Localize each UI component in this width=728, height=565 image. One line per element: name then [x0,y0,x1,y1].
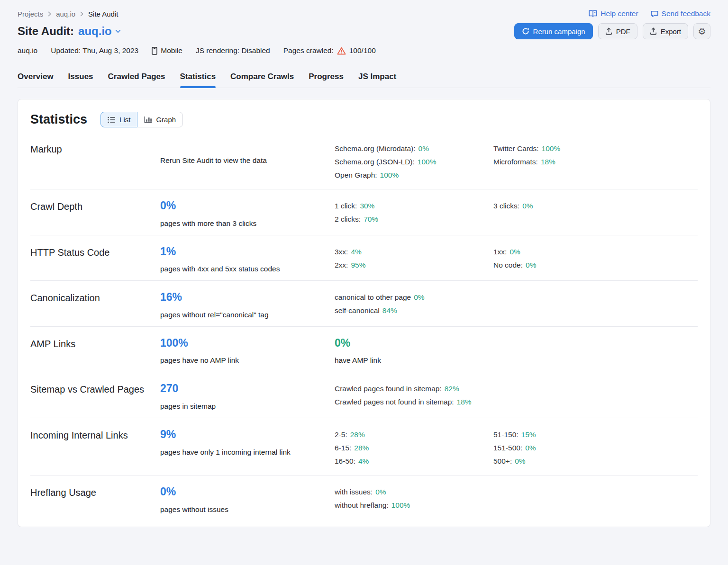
breadcrumb-projects[interactable]: Projects [18,10,43,18]
stat-main-value[interactable]: 0% [160,485,176,499]
stat-detail: 51-150:15% [493,428,689,441]
stat-main-desc: pages have no AMP link [160,356,326,365]
stat-detail-value[interactable]: 0% [522,202,533,210]
stat-detail-label: 500+: [493,457,512,465]
stat-row-main: 9%pages have only 1 incoming internal li… [160,428,335,468]
book-icon [589,10,597,18]
stat-row-details-1: canonical to other page0%self-canonical8… [335,291,493,319]
stat-row-details-1: 3xx:4%2xx:95% [335,245,493,274]
stat-detail-value[interactable]: 0% [525,444,536,452]
stat-detail-value[interactable]: 0% [526,261,536,269]
stat-detail-value[interactable]: 0% [515,457,525,465]
stat-main-desc: pages without issues [160,505,326,514]
statistics-card: Statistics List Graph MarkupRerun Site A… [18,99,710,527]
top-bar: Projects auq.io Site Audit Help center [18,0,710,18]
stat-main-value[interactable]: 0% [335,337,350,350]
stat-detail-value[interactable]: 100% [418,158,437,166]
breadcrumb-project[interactable]: auq.io [56,10,75,18]
stat-detail: 500+:0% [493,455,689,468]
stat-detail-value[interactable]: 0% [414,293,424,301]
stat-detail-value[interactable]: 84% [382,306,397,314]
stat-detail-value[interactable]: 4% [351,248,361,256]
stat-main-desc: pages with more than 3 clicks [160,219,326,228]
stat-row-details-2: Twitter Cards:100%Microformats:18% [493,142,698,182]
stat-detail: Open Graph:100% [335,169,485,182]
tab-statistics[interactable]: Statistics [180,72,216,88]
stat-detail-label: Crawled pages not found in sitemap: [335,398,454,406]
stat-row-details-1: 2-5:28%6-15:28%16-50:4% [335,428,493,468]
graph-view-button[interactable]: Graph [137,112,183,127]
tab-js-impact[interactable]: JS Impact [358,72,396,88]
stat-main-value[interactable]: 1% [160,245,176,259]
stat-detail-label: without hreflang: [335,501,389,509]
stat-detail-value[interactable]: 30% [360,202,374,210]
campaign-meta: auq.io Updated: Thu, Aug 3, 2023 Mobile … [18,46,710,55]
list-view-button[interactable]: List [100,112,137,127]
project-selector[interactable]: auq.io [78,25,121,38]
stat-detail-value[interactable]: 18% [541,158,555,166]
stat-detail-value[interactable]: 100% [542,144,561,152]
stat-row-main: 0%pages with more than 3 clicks [160,199,335,228]
tab-progress[interactable]: Progress [309,72,344,88]
stat-row-main: 1%pages with 4xx and 5xx status codes [160,245,335,274]
stat-detail: 1xx:0% [493,245,689,259]
stat-detail: 2xx:95% [335,259,485,272]
stat-detail-label: 51-150: [493,430,519,439]
stat-detail-value[interactable]: 70% [364,215,378,223]
stat-detail-value[interactable]: 100% [391,501,410,509]
stat-detail-label: No code: [493,261,523,269]
stat-main-value[interactable]: 270 [160,382,178,395]
stat-main-value[interactable]: 9% [160,428,176,441]
stat-detail: canonical to other page0% [335,291,485,304]
warning-triangle-icon [337,47,346,55]
stat-detail-value[interactable]: 28% [350,430,365,439]
project-name: auq.io [78,25,112,38]
stat-row-label: Incoming Internal Links [30,428,160,468]
stat-detail-value[interactable]: 95% [351,261,365,269]
export-button[interactable]: Export [643,23,688,39]
send-feedback-link[interactable]: Send feedback [651,9,710,18]
stat-detail-label: Crawled pages found in sitemap: [335,385,442,393]
list-icon [108,117,116,123]
stat-detail-value[interactable]: 18% [457,398,472,406]
tab-compare-crawls[interactable]: Compare Crawls [230,72,294,88]
stat-detail-label: 3 clicks: [493,202,519,210]
stat-detail-value[interactable]: 0% [375,488,386,496]
meta-pages-crawled: Pages crawled: 100/100 [283,46,376,55]
meta-js-rendering: JS rendering: Disabled [196,46,270,55]
stat-detail-value[interactable]: 15% [521,430,536,439]
stat-detail: Twitter Cards:100% [493,142,689,155]
stat-detail-label: 6-15: [335,444,351,452]
tab-issues[interactable]: Issues [68,72,93,88]
stat-detail-label: 3xx: [335,248,348,256]
stat-detail-value[interactable]: 0% [510,248,520,256]
page-title: Site Audit: auq.io [18,25,121,38]
stat-row-details-2 [493,291,698,319]
stat-row-note: Rerun Site Audit to view the data [160,156,326,165]
rerun-campaign-label: Rerun campaign [533,27,585,36]
stat-row-details-2: 51-150:15%151-500:0%500+:0% [493,428,698,468]
stat-detail-label: self-canonical [335,306,380,314]
site-audit-page: Projects auq.io Site Audit Help center [0,0,728,527]
stat-detail-value[interactable]: 4% [358,457,369,465]
stat-main-value[interactable]: 16% [160,291,182,304]
settings-button[interactable]: ⚙ [693,23,710,39]
stat-detail-value[interactable]: 28% [354,444,369,452]
stat-detail-label: 2xx: [335,261,348,269]
stat-row-main: 100%pages have no AMP link [160,337,335,365]
stat-main-value[interactable]: 100% [160,337,188,350]
stat-row-details-2 [493,382,698,411]
mobile-icon [152,47,157,55]
stat-row-label: Hreflang Usage [30,485,160,514]
stat-detail: with issues:0% [335,485,485,499]
tab-overview[interactable]: Overview [18,72,54,88]
tab-crawled-pages[interactable]: Crawled Pages [108,72,165,88]
help-center-link[interactable]: Help center [589,9,638,18]
rerun-campaign-button[interactable]: Rerun campaign [514,23,593,39]
pdf-button[interactable]: PDF [598,23,637,39]
refresh-icon [522,27,529,35]
stat-main-value[interactable]: 0% [160,199,176,213]
stat-detail-value[interactable]: 0% [419,144,429,152]
stat-detail-value[interactable]: 82% [445,385,459,393]
stat-detail-value[interactable]: 100% [380,171,399,179]
